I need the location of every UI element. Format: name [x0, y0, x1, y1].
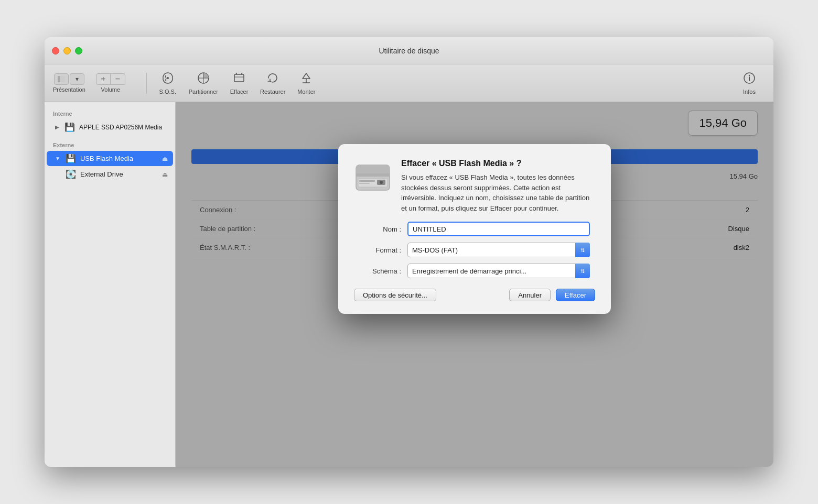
volume-group: + − Volume — [96, 73, 125, 93]
sidebar-item-apple-ssd[interactable]: ▶ 💾 APPLE SSD AP0256M Media — [47, 119, 173, 135]
presentation-group: ▾ Présentation — [53, 73, 85, 93]
titlebar: Utilitaire de disque — [45, 37, 773, 64]
internal-disk-icon: 💾 — [64, 122, 75, 132]
svg-point-17 — [749, 75, 750, 76]
window-title: Utilitaire de disque — [379, 47, 439, 55]
sos-icon — [161, 71, 175, 87]
svg-rect-20 — [356, 173, 390, 177]
erase-icon — [232, 71, 246, 87]
partition-button[interactable]: Partitionner — [184, 68, 223, 98]
mount-button[interactable]: Monter — [290, 68, 322, 98]
main-content: Interne ▶ 💾 APPLE SSD AP0256M Media Exte… — [45, 102, 773, 467]
sos-label: S.O.S. — [159, 89, 176, 95]
add-volume-button[interactable]: + — [96, 73, 111, 85]
schema-label: Schéma : — [359, 267, 401, 275]
eject-sub-icon: ⏏ — [162, 171, 168, 178]
info-label: Infos — [743, 89, 756, 95]
sidebar-item-external-drive[interactable]: 💽 External Drive ⏏ — [47, 167, 173, 182]
svg-rect-0 — [58, 76, 60, 82]
svg-point-25 — [380, 181, 383, 184]
sidebar: Interne ▶ 💾 APPLE SSD AP0256M Media Exte… — [45, 102, 176, 467]
form-row-format: Format : MS-DOS (FAT) ExFAT Mac OS étend… — [359, 243, 590, 257]
erase-confirm-button[interactable]: Effacer — [556, 289, 595, 301]
sos-button[interactable]: S.O.S. — [152, 68, 184, 98]
minimize-button[interactable] — [63, 47, 71, 54]
dialog-title: Effacer « USB Flash Media » ? — [401, 159, 595, 168]
chevron-down-icon[interactable]: ▾ — [70, 73, 84, 85]
svg-rect-8 — [234, 74, 244, 82]
restore-icon — [266, 71, 279, 87]
presentation-label: Présentation — [53, 86, 85, 93]
form-row-schema: Schéma : Enregistrement de démarrage pri… — [359, 264, 590, 278]
partition-label: Partitionner — [189, 89, 218, 95]
content-area: 15,94 Go 15,94 Go Connexion : USB Table … — [176, 102, 773, 467]
svg-rect-1 — [61, 76, 65, 82]
erase-label: Effacer — [230, 89, 249, 95]
security-options-button[interactable]: Options de sécurité... — [354, 289, 436, 301]
format-label: Format : — [359, 246, 401, 254]
external-drive-icon: 💽 — [66, 169, 76, 179]
erase-button[interactable]: Effacer — [223, 68, 255, 98]
chevron-right-icon: ▶ — [55, 124, 59, 130]
schema-select[interactable]: Enregistrement de démarrage princi... Ta… — [407, 264, 590, 278]
format-select-wrapper: MS-DOS (FAT) ExFAT Mac OS étendu (journa… — [407, 243, 590, 257]
info-icon — [742, 71, 756, 87]
traffic-lights — [52, 47, 82, 54]
dialog-description: Si vous effacez « USB Flash Media », tou… — [401, 172, 595, 213]
svg-point-4 — [167, 77, 169, 79]
mount-icon — [299, 71, 313, 87]
partition-icon — [197, 71, 210, 87]
dialog-disk-icon — [354, 159, 392, 196]
close-button[interactable] — [52, 47, 59, 54]
sidebar-toggle-button[interactable] — [54, 73, 69, 85]
sidebar-section-externe: Externe — [45, 139, 175, 150]
main-window: Utilitaire de disque ▾ Présentation + − — [45, 37, 773, 467]
nom-input[interactable] — [407, 222, 590, 236]
info-button[interactable]: Infos — [734, 68, 765, 98]
svg-line-3 — [165, 79, 166, 81]
remove-volume-button[interactable]: − — [111, 73, 125, 85]
dialog-text: Effacer « USB Flash Media » ? Si vous ef… — [401, 159, 595, 213]
mount-label: Monter — [297, 89, 315, 95]
nom-label: Nom : — [359, 225, 401, 233]
toolbar: ▾ Présentation + − Volume S.O.S — [45, 64, 773, 102]
dialog-form: Nom : Format : MS-DOS (FAT) ExFAT Mac OS… — [354, 222, 595, 278]
usb-disk-icon: 💾 — [66, 154, 76, 163]
format-select[interactable]: MS-DOS (FAT) ExFAT Mac OS étendu (journa… — [407, 243, 590, 257]
cancel-button[interactable]: Annuler — [509, 289, 551, 301]
svg-rect-23 — [359, 183, 370, 184]
restore-button[interactable]: Restaurer — [255, 68, 290, 98]
volume-label: Volume — [101, 86, 120, 93]
dialog-overlay: Effacer « USB Flash Media » ? Si vous ef… — [176, 102, 773, 467]
usb-flash-label: USB Flash Media — [80, 155, 133, 162]
svg-rect-22 — [359, 180, 375, 182]
schema-select-wrapper: Enregistrement de démarrage princi... Ta… — [407, 264, 590, 278]
external-drive-label: External Drive — [80, 170, 123, 178]
eject-icon: ⏏ — [162, 155, 168, 162]
dialog-buttons: Options de sécurité... Annuler Effacer — [354, 289, 595, 301]
sidebar-item-usb-flash[interactable]: ▼ 💾 USB Flash Media ⏏ — [47, 151, 173, 166]
apple-ssd-label: APPLE SSD AP0256M Media — [79, 124, 162, 131]
maximize-button[interactable] — [75, 47, 82, 54]
sidebar-section-interne: Interne — [45, 107, 175, 119]
svg-marker-12 — [303, 73, 310, 79]
chevron-down-icon: ▼ — [55, 156, 60, 161]
toolbar-separator — [146, 73, 147, 94]
erase-dialog: Effacer « USB Flash Media » ? Si vous ef… — [338, 144, 611, 314]
restore-label: Restaurer — [260, 89, 285, 95]
form-row-nom: Nom : — [359, 222, 590, 236]
svg-line-2 — [165, 75, 166, 79]
dialog-header: Effacer « USB Flash Media » ? Si vous ef… — [354, 159, 595, 213]
